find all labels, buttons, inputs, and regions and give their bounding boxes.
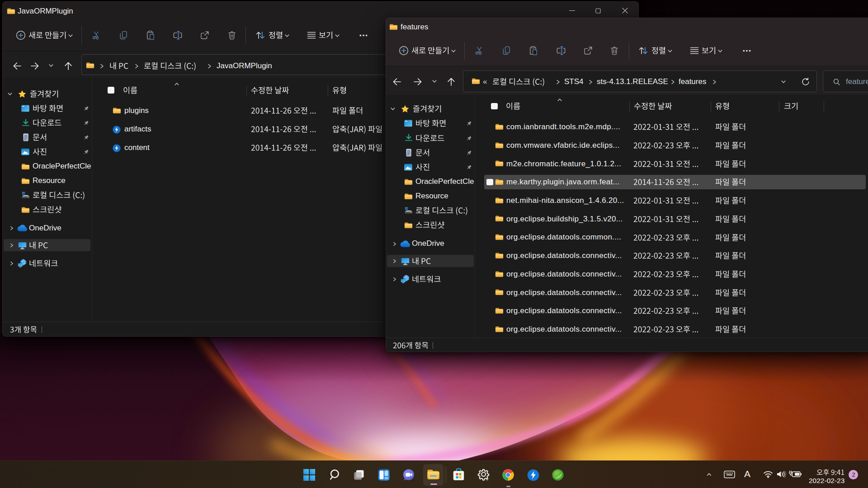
svg-text:s: s xyxy=(486,477,489,481)
